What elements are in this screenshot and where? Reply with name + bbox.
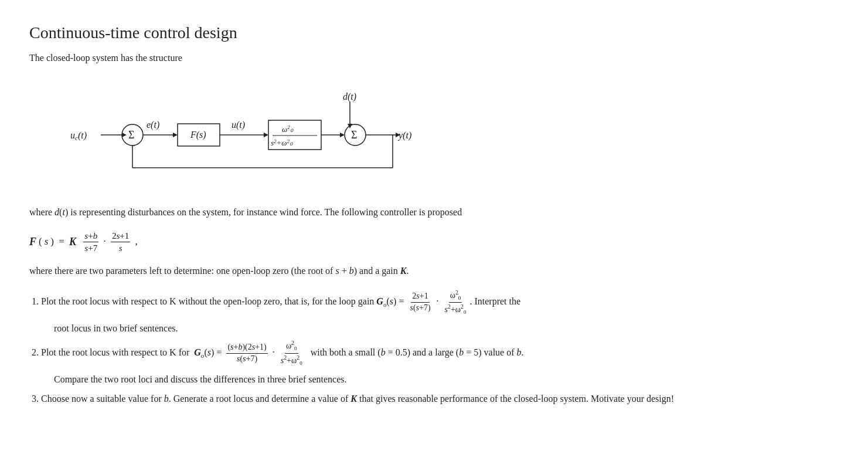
item3-text: Choose now a suitable value for b. Gener… [41,394,674,404]
svg-marker-2 [122,133,127,137]
list-item-1: Plot the root locus with respect to K wi… [41,289,839,316]
svg-text:uc(t): uc(t) [70,130,87,141]
svg-marker-13 [264,133,268,137]
svg-text:Σ: Σ [351,129,357,141]
list-item-3: Choose now a suitable value for b. Gener… [41,391,839,407]
svg-text:ω2₀: ω2₀ [282,124,294,134]
intro-text: The closed-loop system has the structure [29,53,839,63]
block-diagram: uc(t) Σ − e(t) F(s) u(t) ω2₀ s2+ω2₀ d(t) [64,81,475,187]
controller-formula: F ( s ) = K s+b s+7 · 2s+1 s , [29,231,839,253]
item1-continuation: root locus in two brief sentences. [54,320,839,336]
svg-text:u(t): u(t) [232,120,245,130]
item1-text: Plot the root locus with respect to K wi… [41,296,520,306]
svg-text:d(t): d(t) [343,92,356,102]
problem-list: Plot the root locus with respect to K wi… [41,289,839,407]
diagram-svg: uc(t) Σ − e(t) F(s) u(t) ω2₀ s2+ω2₀ d(t) [64,81,475,187]
svg-marker-22 [340,133,345,137]
svg-text:e(t): e(t) [147,120,159,130]
item2-continuation: Compare the two root loci and discuss th… [54,371,839,387]
list-item-2: Plot the root locus with respect to K fo… [41,340,839,367]
svg-marker-8 [173,133,178,137]
svg-text:Σ: Σ [128,129,134,141]
page-title: Continuous-time control design [29,23,839,42]
disturbance-description: where d(t) is representing disturbances … [29,204,839,221]
svg-text:F(s): F(s) [190,130,206,140]
svg-text:y(t): y(t) [397,130,411,141]
svg-text:s2+ω2₀: s2+ω2₀ [271,138,293,147]
svg-text:−: − [131,141,135,150]
parameters-description: where there are two parameters left to d… [29,263,839,280]
item2-text: Plot the root locus with respect to K fo… [41,347,524,357]
